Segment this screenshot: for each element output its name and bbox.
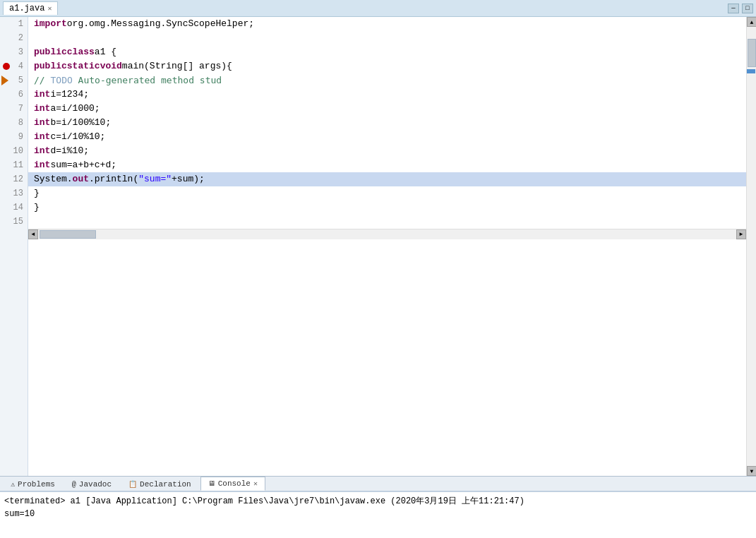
scroll-left-button[interactable]: ◄ xyxy=(28,229,38,239)
code-line-10: int d=i%10; xyxy=(28,144,746,158)
editor-tab[interactable]: a1.java ✕ xyxy=(3,1,58,15)
code-line-2 xyxy=(28,31,746,45)
code-line-3: public class a1 { xyxy=(28,45,746,59)
scroll-right-button[interactable]: ► xyxy=(736,229,746,239)
gutter-line-8: 8 xyxy=(0,116,28,130)
window-controls: — □ xyxy=(728,4,753,13)
code-line-6: int i=1234; xyxy=(28,88,746,102)
code-lines: import org.omg.Messaging.SyncScopeHelper… xyxy=(28,17,746,229)
gutter-line-15: 15 xyxy=(0,215,28,229)
h-scroll-thumb[interactable] xyxy=(40,230,96,239)
code-line-9: int c=i/10%10; xyxy=(28,130,746,144)
gutter-line-2: 2 xyxy=(0,31,28,45)
scroll-thumb[interactable] xyxy=(748,39,756,67)
code-line-15 xyxy=(28,215,746,229)
code-line-12: System.out.println("sum="+sum); xyxy=(28,172,746,186)
console-line-2: sum=10 xyxy=(4,508,752,520)
console-tab-close[interactable]: ✕ xyxy=(253,479,258,488)
code-line-13: } xyxy=(28,186,746,201)
javadoc-icon: @ xyxy=(72,481,76,489)
gutter-line-1: 1 xyxy=(0,17,28,31)
horizontal-scrollbar[interactable]: ◄ ► xyxy=(28,229,746,239)
editor-container: 123456789101112131415 import org.omg.Mes… xyxy=(0,17,756,476)
console-output: <terminated> a1 [Java Application] C:\Pr… xyxy=(0,491,756,538)
tab-close-icon[interactable]: ✕ xyxy=(47,4,52,13)
title-bar: a1.java ✕ — □ xyxy=(0,0,756,17)
scroll-up-button[interactable]: ▲ xyxy=(747,17,756,27)
line-number-gutter: 123456789101112131415 xyxy=(0,17,28,476)
gutter-line-11: 11 xyxy=(0,158,28,172)
gutter-line-10: 10 xyxy=(0,144,28,158)
console-icon: 🖥 xyxy=(208,479,215,488)
code-line-7: int a=i/1000; xyxy=(28,102,746,116)
code-line-5: // TODO Auto-generated method stud xyxy=(28,73,746,88)
tab-problems-label: Problems xyxy=(18,480,55,489)
code-line-4: public static void main(String[] args){ xyxy=(28,59,746,73)
tab-label: a1.java xyxy=(9,4,44,13)
scroll-annotation xyxy=(747,69,755,73)
gutter-line-14: 14 xyxy=(0,201,28,215)
tab-javadoc[interactable]: @ Javadoc xyxy=(64,477,119,491)
code-line-8: int b=i/100%10; xyxy=(28,116,746,130)
code-line-1: import org.omg.Messaging.SyncScopeHelper… xyxy=(28,17,746,31)
declaration-icon: 📋 xyxy=(128,480,137,489)
problems-icon: ⚠ xyxy=(11,480,15,489)
tab-declaration-label: Declaration xyxy=(140,480,191,489)
minimize-button[interactable]: — xyxy=(728,4,739,13)
tab-javadoc-label: Javadoc xyxy=(79,480,112,489)
code-line-11: int sum=a+b+c+d; xyxy=(28,158,746,172)
gutter-line-6: 6 xyxy=(0,88,28,102)
scroll-down-button[interactable]: ▼ xyxy=(747,466,756,476)
console-line-1: <terminated> a1 [Java Application] C:\Pr… xyxy=(4,495,752,508)
gutter-line-9: 9 xyxy=(0,130,28,144)
code-line-14: } xyxy=(28,201,746,215)
tab-console[interactable]: 🖥 Console ✕ xyxy=(200,477,265,491)
tab-problems[interactable]: ⚠ Problems xyxy=(3,477,63,491)
gutter-line-12: 12 xyxy=(0,172,28,186)
tab-console-label: Console xyxy=(218,479,251,488)
gutter-line-13: 13 xyxy=(0,186,28,201)
h-scroll-track[interactable] xyxy=(38,229,736,239)
tab-declaration[interactable]: 📋 Declaration xyxy=(121,477,199,491)
vertical-scrollbar[interactable]: ▲ ▼ xyxy=(746,17,756,476)
gutter-line-3: 3 xyxy=(0,45,28,59)
gutter-line-5: 5 xyxy=(0,73,28,88)
code-editor[interactable]: import org.omg.Messaging.SyncScopeHelper… xyxy=(28,17,746,476)
gutter-line-4: 4 xyxy=(0,59,28,73)
gutter-line-7: 7 xyxy=(0,102,28,116)
maximize-button[interactable]: □ xyxy=(742,4,753,13)
bottom-tab-bar: ⚠ Problems @ Javadoc 📋 Declaration 🖥 Con… xyxy=(0,476,756,491)
